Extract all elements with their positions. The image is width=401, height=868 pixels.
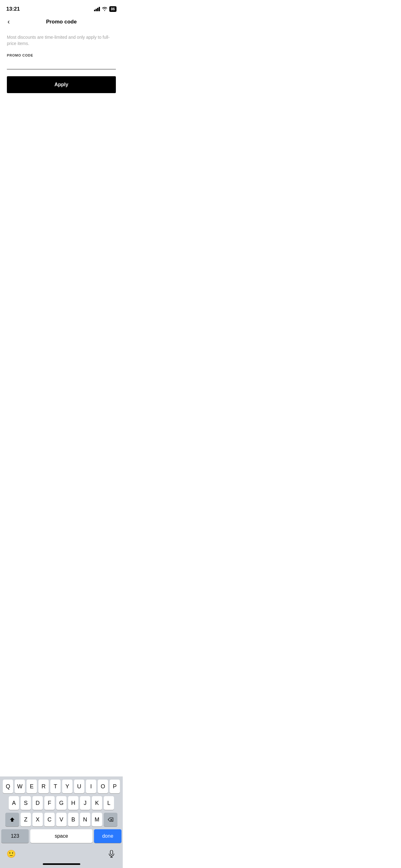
page-title: Promo code (46, 19, 76, 25)
status-bar: 13:21 86 (0, 0, 123, 16)
back-button[interactable]: ‹ (5, 17, 12, 27)
promo-code-input[interactable] (7, 59, 116, 69)
battery-icon: 86 (109, 6, 116, 12)
wifi-icon (102, 6, 107, 12)
promo-field-container: PROMO CODE (7, 54, 116, 69)
status-time: 13:21 (6, 6, 20, 12)
status-icons: 86 (94, 6, 116, 12)
nav-header: ‹ Promo code (0, 16, 123, 29)
apply-button[interactable]: Apply (7, 76, 116, 93)
disclaimer-text: Most discounts are time-limited and only… (7, 34, 116, 46)
content-area: Most discounts are time-limited and only… (0, 29, 123, 99)
promo-code-label: PROMO CODE (7, 54, 116, 57)
signal-icon (94, 7, 100, 11)
